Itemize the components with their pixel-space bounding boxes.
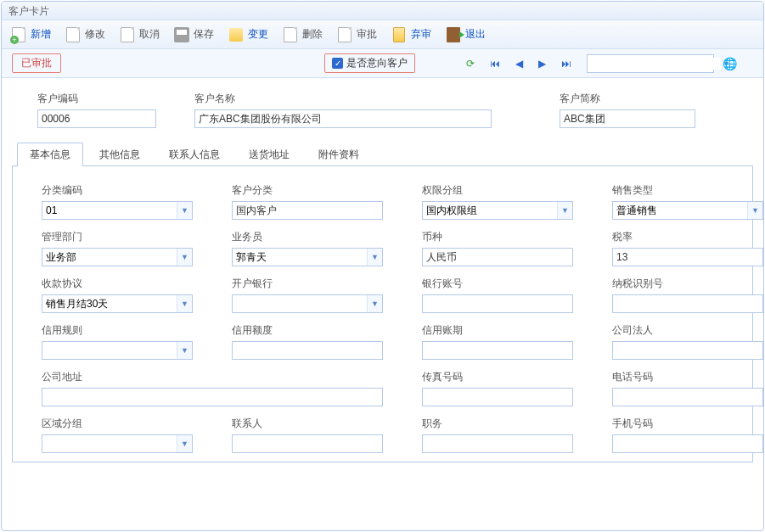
- credit-rule-input[interactable]: ▼: [42, 341, 193, 360]
- chevron-down-icon[interactable]: ▼: [177, 202, 192, 219]
- chevron-down-icon[interactable]: ▼: [557, 202, 572, 219]
- tax-rate-input[interactable]: [612, 248, 763, 266]
- bank-field: 开户银行 ▼: [232, 277, 383, 313]
- approve-button[interactable]: 审批: [333, 23, 385, 47]
- save-button[interactable]: 保存: [170, 23, 222, 47]
- prospect-label: 是否意向客户: [346, 56, 408, 70]
- mobile-field: 手机号码: [612, 417, 763, 453]
- class-code-input[interactable]: ▼: [42, 201, 193, 220]
- chevron-down-icon[interactable]: ▼: [177, 342, 192, 359]
- currency-field: 币种: [422, 230, 573, 266]
- titlebar: 客户卡片: [2, 2, 763, 20]
- basic-grid: 分类编码 ▼ 客户分类 权限分组 ▼ 销售类型 ▼ 管理部门 ▼ 业务员 ▼: [42, 183, 723, 453]
- discard-button[interactable]: 弃审: [387, 23, 440, 47]
- document-cancel-icon: [119, 26, 136, 43]
- last-record-icon[interactable]: ⏭: [561, 58, 571, 70]
- delete-button[interactable]: 删除: [278, 23, 331, 47]
- chevron-down-icon[interactable]: ▼: [177, 435, 192, 452]
- tab-attachments[interactable]: 附件资料: [306, 143, 372, 166]
- prev-record-icon[interactable]: ◀: [515, 58, 523, 70]
- tab-other[interactable]: 其他信息: [87, 143, 153, 166]
- tax-no-field: 纳税识别号: [612, 277, 763, 313]
- change-button[interactable]: 变更: [224, 23, 277, 47]
- approve-icon: [336, 26, 353, 43]
- company-addr-input[interactable]: [42, 388, 383, 406]
- cancel-button[interactable]: 取消: [115, 23, 168, 47]
- prospect-checkbox-wrap[interactable]: ✓ 是否意向客户: [324, 53, 415, 73]
- bank-acct-input[interactable]: [422, 294, 573, 313]
- customer-short-input[interactable]: [560, 109, 695, 128]
- globe-refresh-icon[interactable]: 🌐: [723, 57, 737, 70]
- chevron-down-icon[interactable]: ▼: [367, 249, 382, 266]
- chevron-down-icon[interactable]: ▼: [747, 202, 762, 219]
- new-button[interactable]: + 新增: [7, 23, 59, 47]
- document-edit-icon: [65, 26, 82, 43]
- currency-input[interactable]: [422, 248, 573, 266]
- bank-input[interactable]: ▼: [232, 294, 383, 313]
- clipboard-icon: [391, 26, 408, 43]
- customer-short-group: 客户简称: [560, 92, 695, 128]
- tab-contacts[interactable]: 联系人信息: [156, 143, 233, 166]
- edit-button[interactable]: 修改: [61, 23, 114, 47]
- legal-person-field: 公司法人: [612, 323, 763, 360]
- credit-rule-field: 信用规则 ▼: [42, 323, 193, 360]
- position-input[interactable]: [422, 434, 573, 453]
- credit-period-input[interactable]: [422, 341, 573, 360]
- chevron-down-icon[interactable]: ▼: [177, 249, 192, 266]
- mobile-input[interactable]: [612, 434, 763, 453]
- credit-period-field: 信用账期: [422, 323, 573, 360]
- document-add-icon: +: [10, 26, 27, 43]
- exit-icon: [445, 26, 462, 43]
- customer-code-group: 客户编码: [37, 92, 156, 128]
- search-input[interactable]: [588, 58, 722, 70]
- mgmt-dept-field: 管理部门 ▼: [42, 230, 193, 266]
- tab-basic[interactable]: 基本信息: [17, 143, 83, 166]
- contact-input[interactable]: [232, 434, 383, 453]
- credit-amt-input[interactable]: [232, 341, 383, 360]
- legal-person-input[interactable]: [612, 341, 763, 360]
- perm-group-field: 权限分组 ▼: [422, 183, 573, 220]
- phone-input[interactable]: [612, 388, 763, 406]
- class-code-field: 分类编码 ▼: [42, 183, 193, 220]
- perm-group-input[interactable]: ▼: [422, 201, 573, 220]
- exit-button[interactable]: 退出: [442, 23, 494, 47]
- tax-no-input[interactable]: [612, 294, 763, 313]
- tab-body-basic: 分类编码 ▼ 客户分类 权限分组 ▼ 销售类型 ▼ 管理部门 ▼ 业务员 ▼: [12, 166, 753, 462]
- header-form: 客户编码 客户名称 客户简称: [2, 78, 763, 137]
- refresh-record-icon[interactable]: ⟳: [466, 58, 475, 70]
- save-icon: [173, 26, 190, 43]
- phone-field: 电话号码: [612, 370, 763, 406]
- region-group-field: 区域分组 ▼: [42, 417, 193, 453]
- customer-name-input[interactable]: [194, 109, 492, 128]
- document-delete-icon: [282, 26, 299, 43]
- pay-agree-input[interactable]: ▼: [42, 294, 193, 313]
- change-icon: [228, 26, 245, 43]
- company-addr-field: 公司地址: [42, 370, 383, 406]
- credit-amt-field: 信用额度: [232, 323, 383, 360]
- salesman-input[interactable]: ▼: [232, 248, 383, 266]
- toolbar: + 新增 修改 取消 保存 变更 删除 审批 弃审: [2, 20, 763, 49]
- pay-agree-field: 收款协议 ▼: [42, 277, 193, 313]
- sale-type-input[interactable]: ▼: [612, 201, 763, 220]
- customer-name-group: 客户名称: [194, 92, 492, 128]
- first-record-icon[interactable]: ⏮: [490, 58, 500, 70]
- next-record-icon[interactable]: ▶: [538, 58, 546, 70]
- chevron-down-icon[interactable]: ▼: [367, 295, 382, 312]
- region-group-input[interactable]: ▼: [42, 434, 193, 453]
- customer-code-input[interactable]: [37, 109, 156, 128]
- customer-name-label: 客户名称: [194, 92, 492, 106]
- approved-badge: 已审批: [12, 53, 61, 73]
- search-box[interactable]: ▼: [587, 54, 714, 73]
- window: 客户卡片 + 新增 修改 取消 保存 变更 删除 审批: [1, 1, 764, 531]
- tax-rate-field: 税率: [612, 230, 763, 266]
- record-nav: ⟳ ⏮ ◀ ▶ ⏭: [466, 58, 571, 70]
- chevron-down-icon[interactable]: ▼: [177, 295, 192, 312]
- fax-input[interactable]: [422, 388, 573, 406]
- customer-code-label: 客户编码: [37, 92, 156, 106]
- tab-delivery[interactable]: 送货地址: [236, 143, 302, 166]
- check-icon: ✓: [332, 58, 343, 69]
- customer-class-input[interactable]: [232, 201, 383, 220]
- mgmt-dept-input[interactable]: ▼: [42, 248, 193, 266]
- sale-type-field: 销售类型 ▼: [612, 183, 763, 220]
- position-field: 职务: [422, 417, 573, 453]
